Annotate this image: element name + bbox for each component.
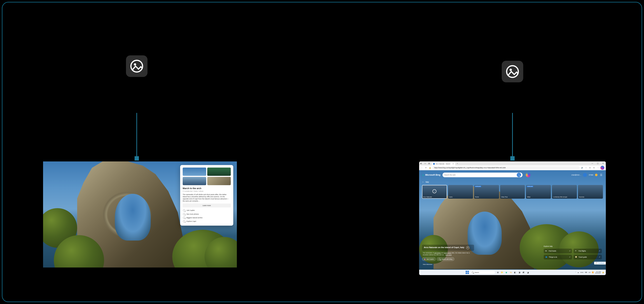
- find-hotels-cell[interactable]: 🛏Find hotels↗: [544, 249, 572, 253]
- rewards-icon: [595, 174, 598, 176]
- bing-page: Microsoft Bing crian@micr… 37369 ☰ ← Ita…: [419, 170, 606, 270]
- desktop-spotlight-screenshot: ✕ ⤢ ○ ◇ March to the arch © Cornelia Dör…: [43, 162, 237, 267]
- avatar-icon[interactable]: [583, 173, 587, 177]
- bing-header: Microsoft Bing crian@micr… 37369 ☰: [419, 170, 606, 180]
- favorite-hero-icon[interactable]: ☆: [466, 246, 470, 249]
- travel-guide-cell[interactable]: 🧭Travel guide↗: [574, 255, 602, 259]
- address-bar[interactable]: https://www.bing.com/spotlight?spotlight…: [432, 166, 580, 169]
- minimize-icon[interactable]: —: [590, 162, 595, 165]
- search-icon: [439, 258, 440, 260]
- see-more-link[interactable]: See more: [445, 254, 452, 256]
- taskbar-search[interactable]: Search: [470, 271, 495, 274]
- checkmark-icon: ✓: [432, 189, 436, 193]
- tile-rome[interactable]: POPULARRome: [474, 185, 499, 199]
- bed-icon: 🛏: [545, 250, 548, 252]
- copilot-chat-icon[interactable]: [526, 173, 530, 177]
- collections-icon[interactable]: ⧉: [592, 166, 595, 169]
- ask-copilot-row[interactable]: Ask Copilot: [183, 209, 231, 212]
- explore-capri-row[interactable]: Explore Capri: [183, 220, 231, 223]
- thumbnail[interactable]: [207, 168, 231, 176]
- search-icon: [183, 220, 185, 222]
- tab-actions-icon[interactable]: ▥: [427, 162, 431, 165]
- explorer-icon[interactable]: 📁: [500, 271, 504, 274]
- hero-title-row: Arco Naturale on the island of Capri, It…: [422, 245, 474, 251]
- wifi-icon[interactable]: 📶: [592, 272, 594, 273]
- search-bing-chip[interactable]: Search with Bing: [437, 257, 454, 261]
- maximize-icon[interactable]: ▢: [595, 162, 600, 165]
- hero-link[interactable]: soft drinks: [434, 252, 441, 254]
- start-icon[interactable]: [466, 271, 469, 274]
- thumbnail[interactable]: [207, 177, 231, 185]
- notifications-icon[interactable]: 🔔: [602, 272, 604, 273]
- thumbnail[interactable]: [183, 177, 206, 185]
- search-icon: [472, 271, 474, 273]
- search-submit-icon[interactable]: [517, 173, 521, 177]
- tab-close-icon[interactable]: ✕: [452, 163, 454, 165]
- new-tab-icon[interactable]: ＋: [455, 162, 459, 165]
- search-icon: [183, 209, 185, 211]
- breadcrumb[interactable]: ← Italy: [422, 181, 429, 183]
- wallpaper-arch-opening: [115, 194, 151, 241]
- ask-copilot-chip[interactable]: Ask Copilot: [422, 257, 436, 261]
- app-icon[interactable]: ◨: [518, 271, 521, 274]
- plane-icon: ✈: [575, 250, 577, 252]
- back-arrow-icon[interactable]: ←: [422, 181, 424, 183]
- search-icon: [183, 213, 185, 215]
- tile-lombardy[interactable]: Lombardy hills europe: [552, 185, 577, 199]
- workspaces-icon[interactable]: ▭: [423, 162, 427, 165]
- feedback-button[interactable]: 💬Feedback: [594, 262, 606, 264]
- tile-cilau-piva[interactable]: Cilau Piva: [500, 185, 525, 199]
- tray-lang[interactable]: ENG: [580, 272, 583, 273]
- expand-icon[interactable]: ⤢: [229, 172, 232, 174]
- pin-icon[interactable]: ◇: [229, 181, 232, 183]
- taskbar-clock[interactable]: 9:17 AM 8/20/2024: [595, 271, 601, 274]
- onedrive-icon[interactable]: ☁: [578, 272, 579, 273]
- things-to-do-cell[interactable]: 👥Things to do↗: [544, 255, 572, 259]
- hamburger-icon[interactable]: ☰: [599, 173, 603, 177]
- extensions-icon[interactable]: ⊕: [588, 166, 592, 169]
- close-icon[interactable]: ✕: [229, 168, 232, 170]
- refresh-icon[interactable]: ○: [229, 176, 232, 179]
- bing-search-input[interactable]: [444, 174, 517, 176]
- diagram-pointer-right: [512, 113, 513, 160]
- spotlight-web-icon: [502, 61, 523, 82]
- account-name[interactable]: crian@micr…: [571, 174, 581, 176]
- app-icon[interactable]: ◧: [513, 271, 516, 274]
- tile-arco-naturale[interactable]: ✓Arco Naturale: [422, 185, 447, 199]
- hero-link[interactable]: short pants: [444, 252, 451, 254]
- tray-ime[interactable]: US: [588, 272, 590, 273]
- bing-search-box[interactable]: [442, 173, 522, 177]
- edge-icon[interactable]: ◉: [505, 271, 508, 274]
- view-fullscreen-link[interactable]: View fullscreen: [423, 263, 432, 265]
- titlebar: ◐ ▭ ▥ Arco Naturale - Search ✕ ＋ — ▢ ✕: [419, 162, 606, 165]
- biggest-arches-row[interactable]: Biggest natural arches: [183, 216, 231, 220]
- rewards-points[interactable]: 37369: [589, 174, 593, 176]
- window-close-icon[interactable]: ✕: [600, 162, 606, 165]
- account-cluster: crian@micr… 37369 ☰: [571, 173, 603, 177]
- task-view-icon[interactable]: ⊞: [496, 271, 499, 274]
- find-flights-cell[interactable]: ✈Find flights↗: [574, 249, 602, 253]
- bing-logo[interactable]: Microsoft Bing: [422, 174, 440, 176]
- app-icon[interactable]: ◪: [526, 271, 530, 274]
- thumbnail[interactable]: [183, 168, 206, 176]
- lock-icon: 🔒: [428, 166, 431, 169]
- store-icon[interactable]: 🛍: [509, 271, 512, 274]
- more-photos-row[interactable]: See more photos: [183, 212, 231, 216]
- app-icon[interactable]: ◩: [522, 271, 525, 274]
- chevron-up-icon[interactable]: ˄: [575, 272, 576, 273]
- keyboard-icon[interactable]: ⌨: [585, 272, 587, 273]
- profile-icon[interactable]: ◐: [419, 162, 423, 165]
- read-aloud-icon[interactable]: 🔊: [581, 166, 584, 169]
- favorite-icon[interactable]: ☆: [584, 166, 588, 169]
- back-icon[interactable]: ←: [420, 166, 424, 169]
- card-credit: © Cornelia Dörr / Huber / eStock: [183, 190, 231, 192]
- refresh-icon[interactable]: ⟳: [424, 166, 428, 169]
- tile-aurorea[interactable]: Aurorea: [578, 185, 603, 199]
- tile-lazio[interactable]: Lazio: [448, 185, 473, 199]
- copilot-sidebar-icon[interactable]: [600, 166, 604, 170]
- tile-milan[interactable]: POPULARMilan: [526, 185, 551, 199]
- browser-tab[interactable]: Arco Naturale - Search ✕: [432, 162, 455, 165]
- learn-more-button[interactable]: Learn more: [183, 204, 231, 207]
- settings-icon[interactable]: ⋯: [596, 166, 599, 169]
- card-description: The namesake of soft drinks and short pa…: [183, 193, 231, 202]
